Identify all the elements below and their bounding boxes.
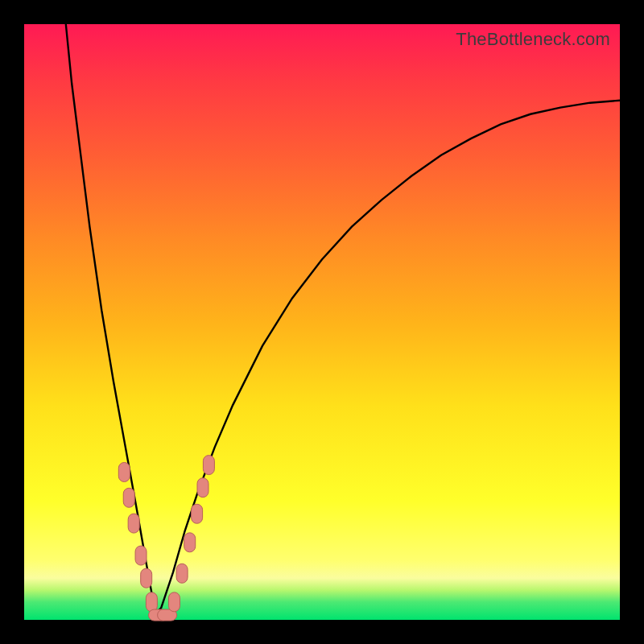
threshold-marker [118, 462, 130, 481]
threshold-marker [176, 564, 188, 583]
threshold-marker [197, 478, 208, 497]
outer-frame: TheBottleneck.com [0, 0, 644, 644]
threshold-marker [192, 504, 203, 523]
plot-area: TheBottleneck.com [24, 24, 620, 620]
bottleneck-curve [66, 24, 620, 614]
threshold-marker [128, 514, 139, 533]
threshold-marker [141, 568, 152, 588]
threshold-marker [203, 456, 214, 475]
threshold-marker [123, 488, 134, 507]
threshold-marker [135, 546, 147, 565]
curve-layer [24, 24, 620, 620]
threshold-marker [184, 533, 196, 552]
threshold-marker [146, 592, 157, 612]
threshold-marker [168, 592, 180, 612]
marker-group [118, 456, 214, 621]
